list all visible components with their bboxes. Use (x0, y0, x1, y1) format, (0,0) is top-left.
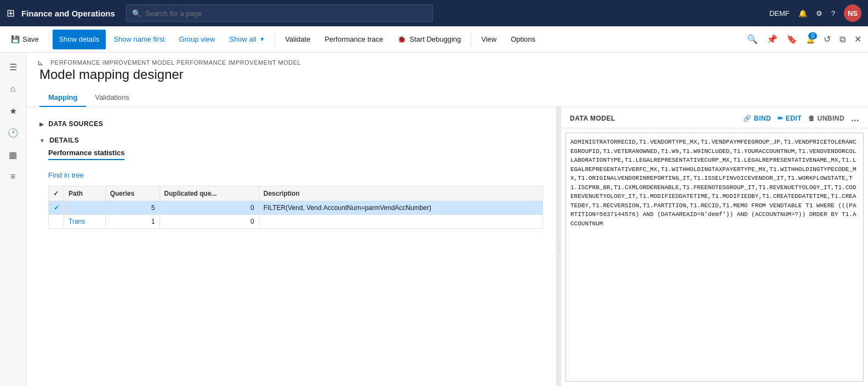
row-duplicated: 0 (159, 201, 259, 215)
sidebar-item-home[interactable]: ⌂ (3, 79, 23, 99)
validate-button[interactable]: Validate (278, 30, 317, 49)
grid-icon[interactable]: ⊞ (7, 7, 15, 19)
bind-icon: 🔗 (743, 115, 752, 122)
save-button[interactable]: 💾 Save (4, 30, 45, 49)
col-description: Description (259, 186, 542, 201)
perf-stats-label: Performance statistics (48, 149, 124, 160)
edit-button[interactable]: ✏ Edit (778, 115, 802, 122)
data-sources-toggle-icon: ▶ (39, 121, 44, 127)
col-queries: Queries (105, 186, 159, 201)
env-label: DEMF (769, 9, 790, 18)
details-toggle-icon: ▼ (39, 138, 45, 144)
details-label: DETAILS (49, 137, 79, 144)
show-all-arrow-icon: ▼ (259, 36, 265, 42)
unbind-button[interactable]: 🗑 Unbind (808, 115, 844, 122)
open-new-icon[interactable]: ⧉ (837, 32, 848, 47)
top-nav: ⊞ Finance and Operations 🔍 DEMF 🔔 ⚙ ? NS (0, 0, 868, 26)
data-model-actions: 🔗 Bind ✏ Edit 🗑 Unbind ... (743, 113, 859, 123)
group-view-button[interactable]: Group view (173, 30, 222, 49)
table-row[interactable]: ✓ 5 0 FILTER(Vend, Vend.AccountNum=parmV… (49, 201, 543, 215)
details-content: Performance statistics Find in tree ✓ Pa… (39, 149, 543, 229)
show-all-button[interactable]: Show all ▼ (222, 30, 271, 49)
search-icon: 🔍 (132, 9, 141, 18)
page-title: Model mapping designer (26, 67, 868, 89)
left-sidebar: ☰ ⌂ ★ 🕐 ▦ ≡ (0, 53, 26, 386)
row-queries: 5 (105, 201, 159, 215)
body-split: ▶ DATA SOURCES ▼ DETAILS Performance sta… (26, 107, 868, 386)
sidebar-item-favorites[interactable]: ★ (3, 101, 23, 121)
row-check[interactable]: ✓ (49, 201, 64, 215)
sidebar-item-menu[interactable]: ☰ (3, 57, 23, 77)
tab-mapping[interactable]: Mapping (39, 89, 86, 107)
row-queries: 1 (105, 215, 159, 229)
sidebar-item-modules[interactable]: ≡ (3, 167, 23, 186)
settings-icon[interactable]: ⚙ (816, 9, 823, 18)
filter-icon[interactable]: ⊾ (37, 58, 44, 67)
row-path: Trans (64, 215, 106, 229)
data-model-title: DATA MODEL (570, 115, 615, 122)
more-button[interactable]: ... (851, 113, 859, 123)
toolbar: 💾 Save Show details Show name first Grou… (0, 26, 868, 53)
top-nav-right: DEMF 🔔 ⚙ ? NS (769, 4, 861, 22)
toolbar-separator-2 (275, 33, 275, 46)
row-description: FILTER(Vend, Vend.AccountNum=parmVendAcc… (259, 201, 542, 215)
avatar[interactable]: NS (844, 4, 861, 22)
save-icon: 💾 (11, 35, 20, 43)
edit-icon: ✏ (778, 115, 784, 122)
details-section-header[interactable]: ▼ DETAILS (39, 132, 543, 149)
search-input[interactable] (145, 9, 427, 18)
row-path (64, 201, 106, 215)
col-check: ✓ (49, 186, 64, 201)
sql-text-area[interactable]: ADMINISTRATORRECID,T1.VENDORTYPE_MX,T1.V… (566, 133, 864, 382)
badge-count: 0 (808, 32, 817, 39)
col-duplicated: Duplicated que... (159, 186, 259, 201)
table-row[interactable]: Trans 1 0 (49, 215, 543, 229)
start-debugging-button[interactable]: 🐞 Start Debugging (391, 30, 467, 49)
badge-icon: 🔔 0 (804, 32, 817, 47)
options-button[interactable]: Options (504, 30, 542, 49)
search-bar: 🔍 (126, 4, 433, 22)
sidebar-item-recent[interactable]: 🕐 (3, 123, 23, 143)
unbind-icon: 🗑 (808, 115, 815, 122)
data-table: ✓ Path Queries Duplicated que... Descrip… (48, 186, 543, 229)
data-sources-label: DATA SOURCES (49, 120, 104, 128)
show-name-first-button[interactable]: Show name first (107, 30, 171, 49)
toolbar-right-icons: 🔍 📌 🔖 🔔 0 ↺ ⧉ ✕ (745, 32, 864, 47)
toolbar-separator-3 (471, 33, 471, 46)
main-content: ⊾ PERFORMANCE IMPROVEMENT MODEL PERFORMA… (26, 53, 868, 386)
pin-icon[interactable]: 📌 (764, 32, 780, 47)
row-check[interactable] (49, 215, 64, 229)
row-duplicated: 0 (159, 215, 259, 229)
tab-validations[interactable]: Validations (86, 89, 138, 107)
layout: ☰ ⌂ ★ 🕐 ▦ ≡ ⊾ PERFORMANCE IMPROVEMENT MO… (0, 53, 868, 386)
sidebar-item-workspaces[interactable]: ▦ (3, 145, 23, 164)
notification-icon[interactable]: 🔔 (798, 9, 807, 18)
performance-trace-button[interactable]: Performance trace (318, 30, 390, 49)
view-button[interactable]: View (475, 30, 503, 49)
search-toolbar-icon[interactable]: 🔍 (745, 32, 760, 47)
col-path: Path (64, 186, 106, 201)
toolbar-separator-1 (49, 33, 49, 46)
data-model-header: DATA MODEL 🔗 Bind ✏ Edit 🗑 Unbind (561, 107, 868, 128)
panel-divider[interactable]: ⋮ (557, 107, 561, 386)
debug-icon: 🐞 (397, 35, 406, 43)
bookmark-icon[interactable]: 🔖 (784, 32, 800, 47)
row-description (259, 215, 542, 229)
find-in-tree-link[interactable]: Find in tree (48, 171, 84, 179)
left-panel: ▶ DATA SOURCES ▼ DETAILS Performance sta… (26, 107, 557, 386)
show-details-button[interactable]: Show details (53, 30, 106, 49)
close-icon[interactable]: ✕ (852, 32, 864, 47)
app-title: Finance and Operations (21, 9, 115, 18)
data-sources-section-header[interactable]: ▶ DATA SOURCES (39, 116, 543, 132)
tabs: Mapping Validations (26, 89, 868, 107)
help-icon[interactable]: ? (831, 9, 835, 18)
refresh-icon[interactable]: ↺ (821, 32, 833, 47)
right-panel: DATA MODEL 🔗 Bind ✏ Edit 🗑 Unbind (561, 107, 868, 386)
breadcrumb: PERFORMANCE IMPROVEMENT MODEL PERFORMANC… (50, 59, 301, 66)
bind-button[interactable]: 🔗 Bind (743, 115, 771, 122)
